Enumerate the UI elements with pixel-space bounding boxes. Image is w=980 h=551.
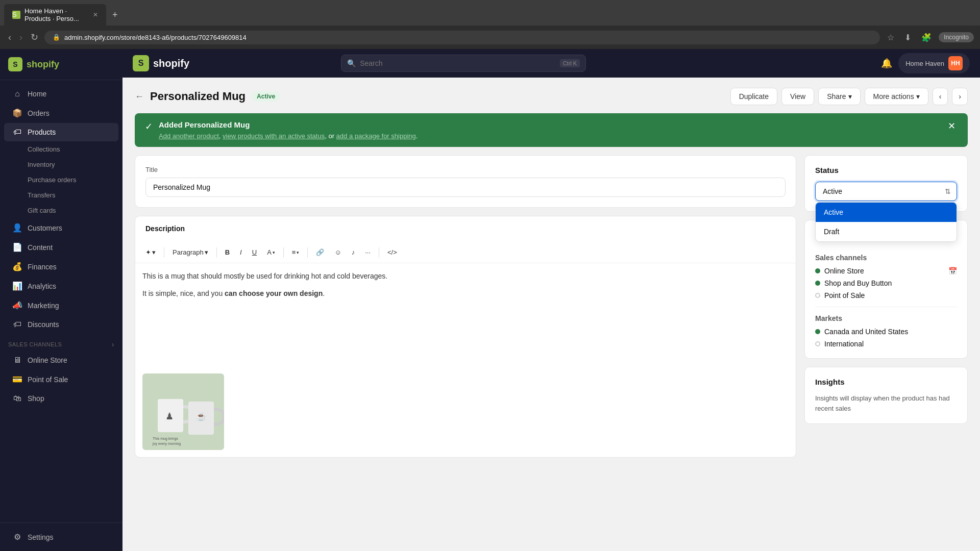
svg-text:This mug brings: This mug brings [153, 437, 178, 441]
sidebar-item-customers[interactable]: 👤 Customers [4, 218, 118, 237]
more-actions-btn[interactable]: More actions ▾ [865, 88, 928, 105]
underline-btn[interactable]: U [248, 246, 261, 259]
title-input[interactable] [145, 178, 786, 197]
format-icon-btn[interactable]: ✦ ▾ [141, 246, 160, 259]
reload-btn[interactable]: ↻ [29, 30, 40, 45]
channel-left: Point of Sale [815, 291, 865, 299]
more-tools-btn[interactable]: ··· [361, 246, 375, 259]
sidebar-item-orders[interactable]: 📦 Orders [4, 104, 118, 122]
rte-divider-1 [164, 247, 164, 258]
pos-label: Point of Sale [824, 291, 865, 299]
main-content: S shopify 🔍 Ctrl K 🔔 Home Haven HH [122, 49, 980, 551]
bookmark-btn[interactable]: ☆ [884, 31, 897, 44]
sidebar-item-shop[interactable]: 🛍 Shop [4, 389, 118, 408]
prev-product-btn[interactable]: ‹ [933, 88, 948, 105]
sidebar-item-label: Customers [28, 224, 62, 232]
new-tab-btn[interactable]: + [108, 8, 122, 22]
sales-channels-expand[interactable]: › [112, 340, 114, 348]
status-option-active-item[interactable]: Active [816, 203, 957, 222]
svg-text:☕: ☕ [196, 412, 206, 421]
settings-icon: ⚙ [12, 532, 22, 542]
search-input[interactable] [341, 55, 586, 72]
extensions-btn[interactable]: 🧩 [918, 31, 935, 44]
media-btn[interactable]: ♪ [348, 246, 359, 259]
address-bar[interactable]: 🔒 admin.shopify.com/store/de8143-a6/prod… [44, 31, 880, 44]
sidebar-item-label: Online Store [28, 356, 67, 364]
page-header: ← Personalized Mug Active Duplicate View… [135, 88, 968, 105]
product-image: ♟ ☕ This mug brings joy every morning [142, 373, 224, 450]
topbar-actions: 🔔 Home Haven HH [881, 53, 970, 73]
sidebar-bottom: ⚙ Settings [0, 522, 122, 551]
emoji-btn[interactable]: ☺ [330, 246, 345, 259]
add-another-product-link[interactable]: Add another product [159, 132, 219, 140]
back-btn[interactable]: ‹ [6, 30, 13, 45]
shopify-logo[interactable]: S shopify [8, 57, 59, 71]
status-option-draft-item[interactable]: Draft [816, 222, 957, 241]
active-tab[interactable]: S Home Haven · Products · Perso... ✕ [4, 4, 106, 26]
store-badge[interactable]: Home Haven HH [898, 53, 970, 73]
rte-divider-3 [283, 247, 284, 258]
channel-item-pos: Point of Sale [815, 291, 957, 299]
align-btn[interactable]: ≡▾ [288, 246, 304, 259]
sidebar-sub-item-collections[interactable]: Collections [4, 142, 118, 157]
sidebar-item-settings[interactable]: ⚙ Settings [4, 528, 118, 546]
link-btn[interactable]: 🔗 [312, 246, 328, 259]
italic-btn[interactable]: I [236, 246, 246, 259]
markets-list: Canada and United States International [815, 328, 957, 348]
banner-close-btn[interactable]: ✕ [946, 120, 958, 132]
sidebar-item-point-of-sale[interactable]: 💳 Point of Sale [4, 370, 118, 389]
text-color-btn[interactable]: A▾ [263, 246, 279, 259]
view-btn[interactable]: View [781, 88, 814, 105]
search-icon: 🔍 [347, 59, 356, 67]
sidebar-item-label: Shop [28, 394, 44, 403]
sidebar-sub-item-transfers[interactable]: Transfers [4, 188, 118, 203]
sidebar-item-products[interactable]: 🏷 Products [4, 123, 118, 141]
duplicate-btn[interactable]: Duplicate [730, 88, 777, 105]
topbar-logo-text: shopify [153, 58, 189, 69]
page-wrapper: ← Personalized Mug Active Duplicate View… [122, 78, 980, 476]
sidebar-item-marketing[interactable]: 📣 Marketing [4, 296, 118, 315]
paragraph-dropdown-btn[interactable]: Paragraph ▾ [168, 246, 212, 259]
rte-content[interactable]: This is a mug that should mostly be used… [135, 263, 796, 365]
status-badge: Active [252, 91, 280, 102]
sales-channels-section-title: Sales channels [815, 254, 957, 262]
sidebar-item-online-store[interactable]: 🖥 Online Store [4, 351, 118, 369]
description-label: Description [145, 224, 786, 233]
sidebar-item-discounts[interactable]: 🏷 Discounts [4, 315, 118, 334]
online-store-schedule-btn[interactable]: 📅 [948, 267, 957, 275]
sidebar-item-label: Analytics [28, 282, 56, 290]
bold-btn[interactable]: B [221, 246, 234, 259]
international-dot [815, 341, 820, 346]
browser-nav: ‹ › ↻ 🔒 admin.shopify.com/store/de8143-a… [0, 26, 980, 49]
sidebar-item-content[interactable]: 📄 Content [4, 238, 118, 257]
store-avatar: HH [948, 56, 963, 70]
share-btn[interactable]: Share ▾ [818, 88, 860, 105]
marketing-icon: 📣 [12, 300, 22, 310]
sidebar-item-analytics[interactable]: 📊 Analytics [4, 277, 118, 295]
description-card: Description ✦ ▾ Paragraph ▾ [135, 216, 796, 458]
nav-actions: ☆ ⬇ 🧩 Incognito [884, 31, 974, 44]
forward-btn[interactable]: › [17, 30, 24, 45]
sidebar-sub-item-inventory[interactable]: Inventory [4, 157, 118, 172]
sidebar-item-label: Content [28, 243, 53, 252]
status-select[interactable]: Active Draft [815, 182, 957, 201]
download-btn[interactable]: ⬇ [901, 31, 914, 44]
tab-close-btn[interactable]: ✕ [93, 11, 98, 18]
svg-text:♟: ♟ [165, 411, 174, 421]
sidebar-item-label: Home [28, 90, 46, 98]
text-color-chevron-icon: ▾ [273, 250, 275, 255]
store-name: Home Haven [905, 60, 944, 67]
sidebar-item-home[interactable]: ⌂ Home [4, 85, 118, 103]
sidebar-sub-item-gift-cards[interactable]: Gift cards [4, 203, 118, 218]
back-page-btn[interactable]: ← [135, 91, 144, 102]
sidebar-item-finances[interactable]: 💰 Finances [4, 257, 118, 276]
view-active-products-link[interactable]: view products with an active status [223, 132, 325, 140]
add-package-link[interactable]: add a package for shipping [336, 132, 416, 140]
notifications-btn[interactable]: 🔔 [881, 58, 892, 69]
insights-card: Insights Insights will display when the … [804, 367, 968, 424]
next-product-btn[interactable]: › [952, 88, 968, 105]
code-view-btn[interactable]: </> [383, 246, 401, 259]
rte-divider-4 [307, 247, 308, 258]
sidebar-sub-item-purchase-orders[interactable]: Purchase orders [4, 172, 118, 187]
status-card: Status Active Draft ⇅ Active Draft [804, 155, 968, 212]
